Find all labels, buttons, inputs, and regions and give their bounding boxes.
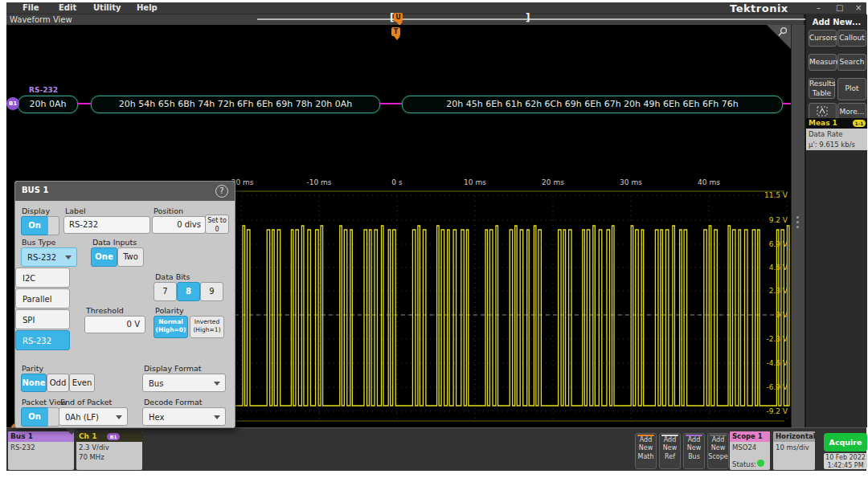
data-bits-8-button[interactable]: 8: [177, 282, 200, 301]
bus-type-option-i2c[interactable]: I2C: [15, 268, 70, 288]
bus1-badge[interactable]: Bus 1 RS-232: [8, 431, 74, 470]
tab-bar: Waveform View [ ] U: [6, 14, 804, 25]
overview-trigger-marker[interactable]: U: [394, 13, 403, 22]
threshold-input[interactable]: 0 V: [84, 316, 145, 333]
bus1-config-dialog: BUS 1 ? Display On Label RS-232 Position…: [14, 181, 235, 428]
voltage-tick-label: 9.2 V: [754, 216, 788, 224]
voltage-tick-label: 6.9 V: [754, 240, 788, 248]
ch1-scale: 2.3 V/div: [79, 443, 140, 452]
polarity-inverted-button[interactable]: Inverted (High=1): [190, 316, 224, 338]
math-color-stripe: [637, 435, 654, 436]
decode-format-label: Decode Format: [144, 398, 203, 407]
dialog-title: BUS 1: [22, 186, 48, 194]
scale-strip[interactable]: [791, 25, 805, 427]
voltage-tick-label: 11.5 V: [754, 191, 788, 199]
add-new-scope-label: Add New Scope: [708, 436, 727, 460]
parity-even-button[interactable]: Even: [69, 374, 95, 392]
app-window: File Edit Utility Help Tektronix – □ × W…: [6, 2, 866, 470]
ref-color-stripe: [661, 435, 678, 436]
display-label: Display: [22, 206, 50, 215]
display-toggle[interactable]: On: [21, 216, 58, 234]
date-text: 10 Feb 2022: [824, 454, 867, 462]
time-tick-label: 20 ms: [535, 178, 571, 186]
grip-dot-icon: [796, 226, 799, 228]
data-inputs-one-button[interactable]: One: [91, 247, 117, 267]
results-table-button[interactable]: Results Table: [809, 78, 835, 99]
voltage-tick-label: 4.6 V: [754, 264, 788, 272]
parity-none-button[interactable]: None: [21, 374, 47, 392]
menu-help[interactable]: Help: [137, 3, 158, 12]
add-new-ref-button[interactable]: Add New Ref: [659, 433, 681, 469]
voltage-tick-label: -4.6 V: [754, 359, 788, 367]
label-label: Label: [65, 206, 86, 215]
add-new-scope-button[interactable]: Add New Scope: [707, 433, 729, 469]
bus-type-option-parallel[interactable]: Parallel: [15, 288, 70, 308]
polarity-normal-button[interactable]: Normal (High=0): [154, 316, 188, 338]
plot-button[interactable]: Plot: [837, 78, 866, 100]
screenshot-stage: File Edit Utility Help Tektronix – □ × W…: [0, 0, 868, 478]
measure-button[interactable]: Measure: [809, 54, 837, 71]
tab-waveform-view[interactable]: Waveform View: [10, 15, 72, 24]
ch1-bandwidth: 70 MHz: [79, 452, 140, 462]
dropdown-caret-icon: [214, 382, 220, 386]
decode-format-dropdown[interactable]: Hex: [142, 407, 226, 426]
add-new-heading: Add New...: [806, 18, 867, 27]
position-label: Position: [154, 206, 183, 215]
voltage-tick-label: -9.2 V: [754, 407, 788, 415]
callout-button[interactable]: Callout: [837, 30, 866, 47]
search-button[interactable]: Search: [837, 54, 866, 71]
meas1-name: Meas 1: [809, 119, 837, 127]
dropdown-caret-icon: [116, 415, 122, 419]
packet-view-toggle-on: On: [21, 407, 48, 427]
zoom-bracket-right[interactable]: ]: [526, 12, 530, 23]
data-bits-9-button[interactable]: 9: [200, 282, 223, 301]
bus1-badge-body: RS-232: [8, 442, 74, 453]
ch1-badge-title: Ch 1: [79, 432, 96, 440]
acquire-button[interactable]: Acquire: [824, 433, 867, 451]
bus-type-option-spi[interactable]: SPI: [15, 309, 70, 329]
position-input[interactable]: 0 divs: [152, 216, 206, 234]
packet-view-toggle[interactable]: On: [21, 407, 58, 425]
overview-bar[interactable]: [257, 18, 863, 20]
maximize-icon[interactable]: □: [836, 3, 843, 12]
data-bits-7-button[interactable]: 7: [154, 282, 177, 301]
bus-type-option-rs232[interactable]: RS-232: [15, 330, 70, 350]
parity-label: Parity: [22, 364, 43, 373]
scope1-badge[interactable]: Scope 1 MSO24 Status:: [730, 431, 770, 470]
threshold-label: Threshold: [86, 306, 124, 315]
parity-odd-button[interactable]: Odd: [47, 374, 69, 392]
dialog-title-bar[interactable]: BUS 1 ?: [15, 182, 235, 201]
time-tick-label: 40 ms: [691, 178, 727, 186]
data-inputs-two-button[interactable]: Two: [117, 247, 144, 267]
bus-type-dropdown[interactable]: RS-232: [21, 247, 77, 267]
label-input[interactable]: RS-232: [63, 216, 150, 234]
cursors-button[interactable]: Cursors: [809, 30, 837, 47]
display-toggle-knob: [47, 216, 59, 235]
close-icon[interactable]: ×: [855, 3, 862, 12]
menu-file[interactable]: File: [23, 3, 39, 12]
add-new-math-button[interactable]: Add New Math: [635, 433, 657, 469]
end-of-packet-dropdown[interactable]: 0Ah (LF): [59, 407, 128, 426]
menu-edit[interactable]: Edit: [59, 3, 76, 12]
meas1-badge-header: Meas 1 1-1: [806, 118, 867, 129]
minimize-icon[interactable]: –: [817, 3, 821, 12]
add-new-bus-button[interactable]: Add New Bus: [683, 433, 705, 469]
dropdown-caret-icon: [214, 415, 220, 419]
help-icon[interactable]: ?: [215, 185, 228, 198]
ch1-badge[interactable]: Ch 1 B1 2.3 V/div 70 MHz: [76, 431, 142, 470]
bus-source-badge: B1: [6, 97, 19, 110]
horizontal-badge-body: 10 ms/div: [773, 442, 815, 453]
meas1-badge[interactable]: Meas 1 1-1 Data Rate μ': 9.615 kb/s: [806, 118, 867, 150]
set-to-zero-button[interactable]: Set to 0: [205, 214, 229, 234]
datetime-display: 10 Feb 2022 1:42:45 PM: [824, 453, 867, 469]
add-new-math-label: Add New Math: [637, 436, 653, 460]
polarity-label: Polarity: [155, 306, 184, 315]
display-format-dropdown[interactable]: Bus: [142, 374, 226, 392]
menu-utility[interactable]: Utility: [93, 3, 121, 12]
ch1-bus-pill: B1: [107, 433, 120, 440]
scope1-badge-body: MSO24 Status:: [730, 442, 770, 453]
end-of-packet-value: 0Ah (LF): [65, 412, 99, 421]
horizontal-badge[interactable]: Horizontal 10 ms/div: [773, 431, 815, 470]
meas1-value: μ': 9.615 kb/s: [809, 140, 865, 150]
scope1-model: MSO24: [732, 443, 768, 452]
